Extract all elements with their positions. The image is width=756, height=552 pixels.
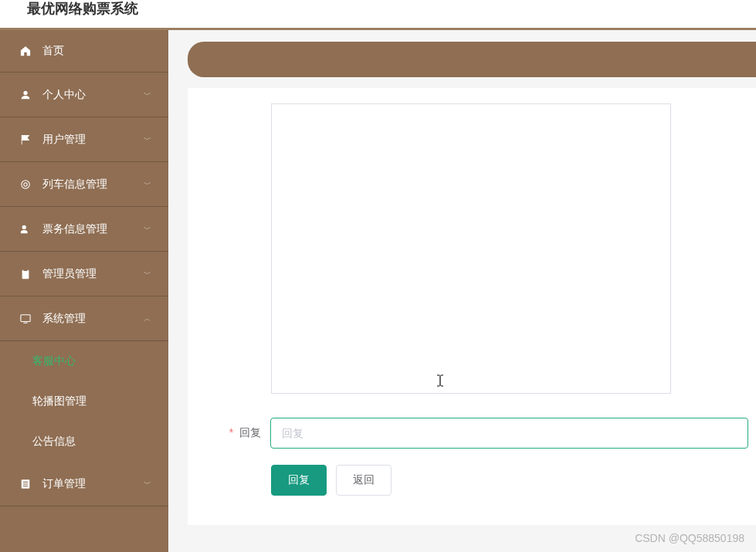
train-icon	[19, 178, 32, 191]
sidebar-item-trains[interactable]: 列车信息管理 ﹀	[0, 162, 168, 207]
sidebar-item-label: 首页	[42, 44, 64, 58]
sidebar-item-profile[interactable]: 个人中心 ﹀	[0, 73, 168, 117]
content: * 回复 回复 返回 CSDN @QQ58850198	[168, 30, 756, 552]
sidebar-item-label: 票务信息管理	[42, 222, 107, 236]
home-icon	[19, 45, 32, 57]
submit-button-label: 回复	[288, 473, 310, 487]
sidebar-item-tickets[interactable]: 票务信息管理 ﹀	[0, 207, 168, 252]
reply-row: * 回复	[188, 418, 748, 449]
sidebar-item-system[interactable]: 系统管理 ︿	[0, 296, 168, 341]
message-textarea[interactable]	[272, 104, 670, 393]
sidebar: 首页 个人中心 ﹀ 用户管理 ﹀ 列车信息管理 ﹀	[0, 30, 168, 552]
chevron-down-icon: ﹀	[144, 179, 151, 190]
user-icon	[19, 89, 32, 101]
clipboard-icon	[19, 268, 32, 280]
svg-point-0	[22, 180, 30, 188]
sidebar-item-label: 个人中心	[42, 88, 86, 102]
svg-point-1	[24, 182, 27, 185]
sidebar-item-label: 用户管理	[42, 133, 86, 147]
sidebar-item-label: 管理员管理	[42, 267, 97, 281]
sidebar-item-users[interactable]: 用户管理 ﹀	[0, 117, 168, 162]
ticket-icon	[19, 223, 32, 235]
sidebar-item-label: 系统管理	[42, 312, 86, 326]
layout: 首页 个人中心 ﹀ 用户管理 ﹀ 列车信息管理 ﹀	[0, 30, 756, 552]
chevron-down-icon: ﹀	[144, 269, 151, 279]
content-top-bar	[188, 42, 756, 77]
message-textarea-wrap	[271, 103, 671, 394]
reply-label: * 回复	[188, 426, 270, 440]
sidebar-item-admins[interactable]: 管理员管理 ﹀	[0, 252, 168, 296]
sidebar-item-orders[interactable]: 订单管理 ﹀	[0, 462, 168, 506]
sidebar-item-label: 订单管理	[42, 477, 86, 491]
chevron-down-icon: ﹀	[144, 134, 151, 145]
back-button-label: 返回	[353, 473, 375, 487]
sidebar-sub-customer-service[interactable]: 客服中心	[0, 341, 168, 381]
list-icon	[19, 478, 32, 490]
form-panel: * 回复 回复 返回	[188, 88, 756, 525]
watermark: CSDN @QQ58850198	[635, 532, 744, 544]
sidebar-item-label: 列车信息管理	[42, 178, 107, 191]
sidebar-sub-label: 轮播图管理	[32, 395, 86, 408]
chevron-up-icon: ︿	[144, 313, 151, 324]
reply-input[interactable]	[270, 418, 748, 449]
monitor-icon	[19, 313, 32, 325]
app-title: 最优网络购票系统	[27, 0, 138, 17]
submit-button[interactable]: 回复	[271, 465, 327, 496]
button-row: 回复 返回	[271, 465, 392, 496]
sidebar-sub-label: 客服中心	[32, 354, 76, 368]
sidebar-sub-carousel[interactable]: 轮播图管理	[0, 381, 168, 422]
svg-rect-4	[21, 314, 30, 321]
header: 最优网络购票系统	[0, 0, 756, 30]
sidebar-sub-notices[interactable]: 公告信息	[0, 422, 168, 462]
sidebar-item-home[interactable]: 首页	[0, 30, 168, 73]
chevron-down-icon: ﹀	[144, 224, 151, 235]
sidebar-sub-label: 公告信息	[32, 435, 76, 449]
back-button[interactable]: 返回	[336, 465, 392, 496]
chevron-down-icon: ﹀	[144, 90, 151, 100]
svg-rect-2	[22, 269, 29, 278]
flag-icon	[19, 134, 32, 146]
svg-rect-3	[23, 269, 27, 271]
required-star: *	[229, 426, 233, 439]
reply-label-text: 回复	[239, 426, 261, 439]
chevron-down-icon: ﹀	[144, 479, 151, 489]
